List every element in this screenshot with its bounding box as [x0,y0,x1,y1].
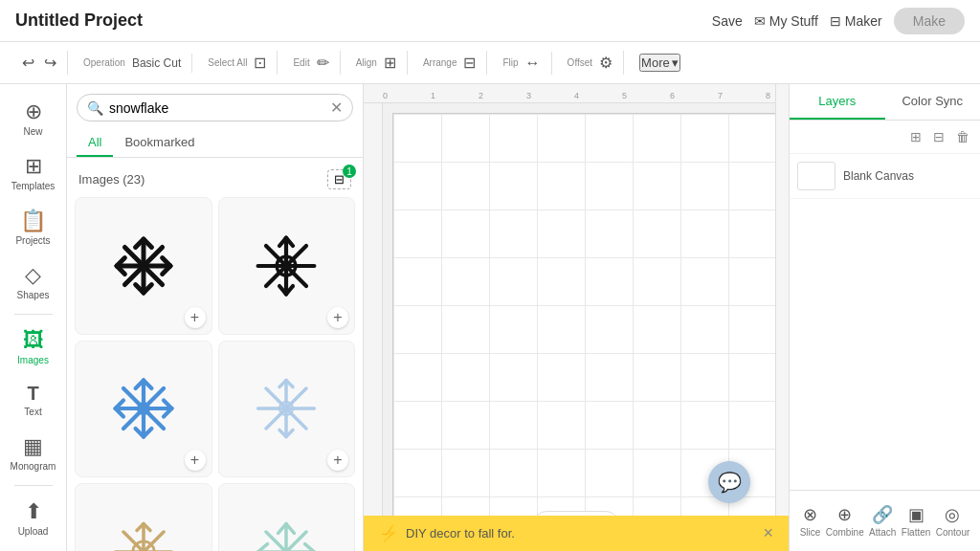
undo-button[interactable]: ↩ [19,51,37,75]
upload-icon: ⬆ [25,499,42,524]
templates-icon: ⊞ [25,154,42,179]
attach-button[interactable]: 🔗 Attach [869,504,896,538]
snowflake-svg-2 [253,232,320,299]
main-layout: ⊕ New ⊞ Templates 📋 Projects ◇ Shapes 🖼 … [0,84,980,551]
operation-select[interactable]: Basic Cut [129,54,184,73]
toolbar-history: ↩ ↪ [11,51,68,75]
add-image-1-button[interactable]: + [185,307,206,328]
ruler-1: 1 [431,91,479,100]
search-results: Images (23) ⊟ 1 [67,158,363,551]
filter-button[interactable]: ⊟ 1 [327,169,351,189]
layers-group-button[interactable]: ⊟ [930,126,947,147]
toolbar-more: More ▾ [632,54,688,72]
results-header: Images (23) ⊟ 1 [75,165,355,197]
layers-content: Blank Canvas [790,154,980,490]
ruler-2: 2 [479,91,526,100]
sidebar-divider [14,314,53,315]
tab-color-sync[interactable]: Color Sync [885,84,981,120]
flip-button[interactable]: ↔ [523,52,544,75]
layers-duplicate-button[interactable]: ⊞ [907,126,924,147]
maker-button[interactable]: ⊟ Maker [830,13,882,29]
snowflake-svg-5 [110,518,177,551]
ruler-marks: 0 1 2 3 4 5 6 7 8 [383,91,789,102]
add-image-2-button[interactable]: + [327,307,348,328]
contour-button[interactable]: ◎ Contour [936,504,970,538]
header: Untitled Project Save ✉ My Stuff ⊟ Maker… [0,0,980,42]
header-actions: Save ✉ My Stuff ⊟ Maker Make [712,8,965,34]
tab-layers[interactable]: Layers [790,84,885,120]
snowflake-svg-6 [253,518,320,551]
action-buttons: ⊗ Slice ⊕ Combine 🔗 Attach ▣ Flatten ◎ [797,498,972,543]
flatten-button[interactable]: ▣ Flatten [902,504,931,538]
attach-icon: 🔗 [872,504,893,525]
bottom-notification: ⚡ DIY decor to fall for. × [364,516,789,551]
sidebar-item-new[interactable]: ⊕ New [5,92,62,144]
image-grid: + + [75,197,355,551]
save-button[interactable]: Save [712,13,743,29]
canvas-scroll-right[interactable] [775,84,789,551]
redo-button[interactable]: ↪ [41,51,59,75]
toolbar-select-all: Select All ⊡ [200,51,278,75]
images-icon: 🖼 [23,328,44,353]
ruler-0: 0 [383,91,431,100]
arrange-button[interactable]: ⊟ [460,51,479,75]
canvas-item-label: Blank Canvas [843,169,914,183]
slice-button[interactable]: ⊗ Slice [800,504,821,538]
search-panel: 🔍 ✕ All Bookmarked Images (23) ⊟ 1 [67,84,364,551]
canvas-item-thumbnail [797,162,835,190]
add-image-4-button[interactable]: + [327,450,348,471]
search-input[interactable] [109,100,324,116]
layers-delete-button[interactable]: 🗑 [953,126,972,147]
layers-toolbar: ⊞ ⊟ 🗑 [790,121,980,154]
sidebar-item-upload[interactable]: ⬆ Upload [5,492,62,544]
sidebar-item-shapes[interactable]: ◇ Shapes [5,255,62,308]
snowflake-svg-4 [253,375,320,442]
svg-point-43 [283,406,289,411]
search-clear-button[interactable]: ✕ [330,99,343,117]
sidebar-item-images[interactable]: 🖼 Images [5,320,62,373]
make-button[interactable]: Make [894,8,965,34]
align-button[interactable]: ⊞ [381,51,399,75]
svg-line-62 [305,543,315,551]
chat-icon: 💬 [718,471,742,494]
ruler-3: 3 [526,91,574,100]
image-card-3[interactable]: + [75,341,212,478]
sidebar-item-text[interactable]: T Text [5,375,62,425]
image-card-2[interactable]: + [218,197,356,335]
results-count: Images (23) [78,172,145,187]
monogram-icon: ▦ [23,434,43,459]
toolbar-arrange: Arrange ⊟ [415,51,488,75]
slice-icon: ⊗ [803,504,817,525]
tab-bookmarked[interactable]: Bookmarked [113,129,206,157]
image-card-5[interactable]: + [75,483,212,551]
right-panel: Layers Color Sync ⊞ ⊟ 🗑 Blank Canvas ⊗ S… [789,84,980,551]
text-icon: T [27,383,38,405]
toolbar: ↩ ↪ Operation Basic Cut Select All ⊡ Edi… [0,42,980,84]
canvas-item-row: Blank Canvas [790,154,980,199]
notification-icon: ⚡ [379,524,398,542]
more-button[interactable]: More ▾ [639,54,680,72]
mystuff-icon: ✉ [754,13,766,29]
sidebar-item-monogram[interactable]: ▦ Monogram [5,427,62,479]
select-all-button[interactable]: ⊡ [251,51,269,75]
image-card-4[interactable]: + [218,341,356,478]
sidebar-item-templates[interactable]: ⊞ Templates [5,146,62,199]
offset-button[interactable]: ⚙ [596,51,615,75]
image-card-6[interactable]: + [218,483,356,551]
ruler-4: 4 [574,91,622,100]
filter-badge: 1 [343,165,356,178]
sidebar-item-projects[interactable]: 📋 Projects [5,201,62,253]
chat-button[interactable]: 💬 [708,461,750,503]
new-icon: ⊕ [25,99,42,124]
contour-icon: ◎ [945,504,960,525]
projects-icon: 📋 [20,209,46,233]
tab-all[interactable]: All [77,129,113,157]
add-image-3-button[interactable]: + [185,450,206,471]
mystuff-button[interactable]: ✉ My Stuff [754,13,818,29]
notification-close-button[interactable]: × [763,523,773,543]
maker-icon: ⊟ [830,13,841,29]
image-card-1[interactable]: + [75,197,212,335]
combine-button[interactable]: ⊕ Combine [826,504,864,538]
search-box-wrap: 🔍 ✕ [67,84,363,121]
edit-button[interactable]: ✏ [314,51,332,75]
